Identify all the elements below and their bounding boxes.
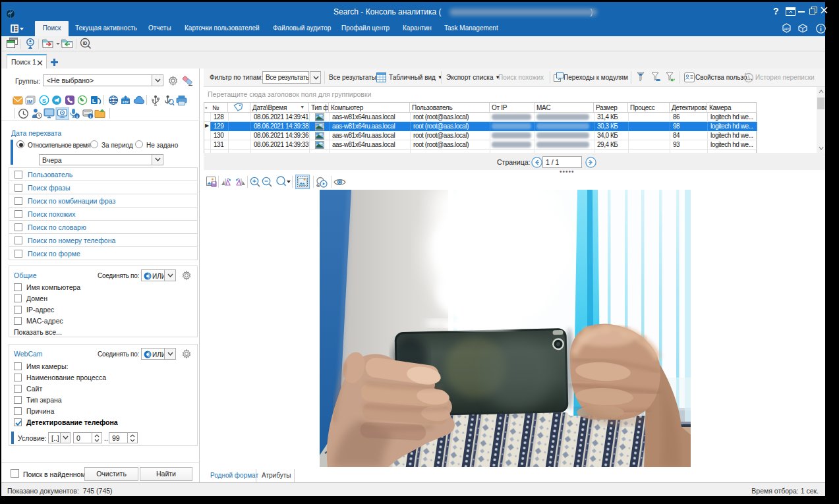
svg-text:ID: ID [83, 41, 88, 45]
svg-text:IM: IM [27, 99, 32, 105]
svg-text:HTTP: HTTP [109, 98, 118, 102]
svg-text:API: API [784, 27, 790, 31]
svg-text:i: i [90, 114, 92, 119]
svg-text:FTP: FTP [123, 101, 129, 104]
svg-text:i: i [76, 114, 78, 119]
svg-text:L: L [92, 98, 96, 104]
svg-text:S: S [42, 97, 46, 104]
